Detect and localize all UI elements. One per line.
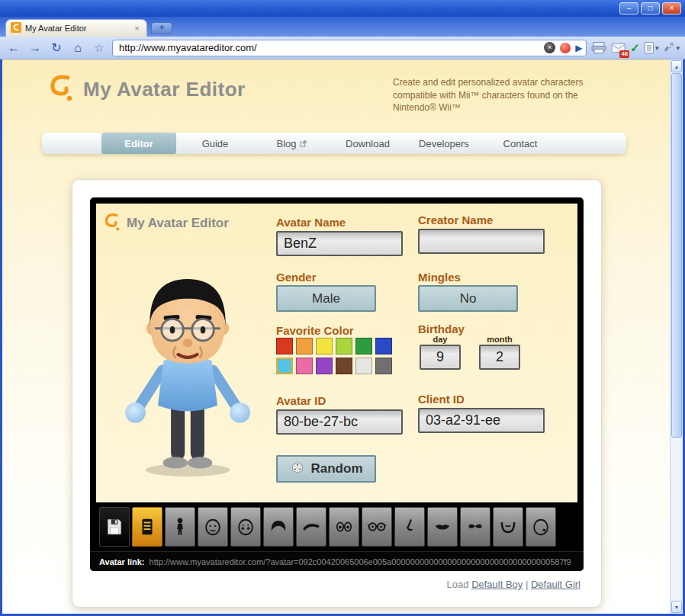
editor-logo-text: My Avatar Editor	[127, 216, 229, 231]
check-icon[interactable]: ✓	[630, 39, 640, 57]
address-input[interactable]	[119, 42, 539, 53]
content-frame: My Avatar Editor Create and edit persona…	[0, 59, 685, 616]
tab-glasses[interactable]	[362, 507, 392, 547]
random-button[interactable]: Random	[276, 455, 376, 483]
color-swatch-2[interactable]	[316, 338, 333, 355]
mole-icon	[531, 515, 551, 538]
mingles-select[interactable]: No	[418, 285, 518, 312]
birthday-day-input[interactable]	[420, 345, 461, 370]
avatar-id-label: Avatar ID	[276, 394, 326, 407]
load-default-boy-link[interactable]: Default Boy	[471, 579, 523, 590]
editor-form: My Avatar Editor	[96, 204, 577, 502]
scroll-down-button[interactable]: ▼	[671, 601, 682, 613]
color-swatch-11[interactable]	[375, 358, 392, 374]
client-id-label: Client ID	[418, 393, 465, 406]
page-scrollbar[interactable]: ▲ ▼	[670, 59, 683, 614]
avatar-link-url: http://www.myavatareditor.com/?avatar=09…	[150, 557, 571, 566]
wrench-dropdown-icon: ▾	[676, 44, 680, 52]
avatar-id-input[interactable]	[276, 409, 403, 435]
nav-item-download[interactable]: Download	[330, 133, 405, 154]
mingles-label: Mingles	[418, 271, 461, 284]
avatar-name-label: Avatar Name	[276, 216, 346, 229]
load-default-girl-link[interactable]: Default Girl	[531, 579, 580, 590]
tab-close-icon[interactable]: ×	[132, 24, 142, 34]
new-tab-button[interactable]: +	[151, 22, 172, 34]
tab-beard[interactable]	[493, 507, 523, 547]
tab-face[interactable]	[198, 507, 228, 547]
stop-icon[interactable]: ×	[544, 42, 555, 53]
hair-icon	[269, 515, 288, 538]
glasses-icon	[367, 515, 387, 538]
close-button[interactable]: ×	[662, 2, 681, 14]
logo-swoosh-icon	[47, 72, 76, 107]
save-button[interactable]	[99, 507, 130, 547]
color-swatch-4[interactable]	[355, 338, 372, 355]
tab-hair[interactable]	[263, 507, 294, 547]
favorite-color-label: Favorite Color	[276, 324, 354, 337]
wrench-icon	[663, 41, 674, 54]
wrench-menu-button[interactable]: ▾	[663, 41, 680, 54]
bookmark-star-icon[interactable]: ☆	[91, 40, 108, 56]
tab-nose[interactable]	[394, 507, 425, 547]
color-swatch-9[interactable]	[336, 358, 352, 374]
editor-logo: My Avatar Editor	[102, 211, 229, 236]
birthday-month-input[interactable]	[479, 345, 520, 370]
random-button-label: Random	[311, 461, 363, 476]
creator-name-input[interactable]	[418, 229, 545, 254]
browser-toolbar: ← → ↻ ⌂ ☆ × ▶ 46 ✓ ▾ ▾	[0, 37, 685, 59]
title-bar: – □ ×	[0, 0, 685, 17]
tab-eyebrows[interactable]	[296, 507, 326, 547]
scroll-up-button[interactable]: ▲	[671, 60, 682, 72]
tab-eyes[interactable]	[329, 507, 359, 547]
browser-tab[interactable]: My Avatar Editor ×	[5, 19, 147, 37]
color-swatch-7[interactable]	[296, 358, 313, 374]
home-button[interactable]: ⌂	[69, 40, 86, 56]
tab-body[interactable]	[165, 507, 195, 547]
editor-logo-swoosh-icon	[102, 211, 122, 236]
avatar-name-input[interactable]	[276, 231, 403, 256]
mail-icon[interactable]: 46	[611, 39, 626, 57]
go-icon[interactable]: ▶	[575, 43, 582, 53]
color-swatch-6[interactable]	[276, 358, 293, 374]
floppy-icon	[105, 515, 124, 538]
site-nav: Editor Guide Blog Download Developers Co…	[42, 133, 626, 154]
avatar-preview	[111, 254, 264, 487]
color-swatch-5[interactable]	[375, 338, 392, 355]
minimize-button[interactable]: –	[619, 2, 638, 14]
back-button[interactable]: ←	[5, 40, 22, 56]
tab-mouth[interactable]	[427, 507, 458, 547]
tab-title: My Avatar Editor	[25, 24, 128, 33]
nav-item-guide[interactable]: Guide	[178, 133, 252, 154]
maximize-button[interactable]: □	[641, 2, 660, 14]
scrollbar-thumb[interactable]	[671, 73, 682, 438]
nav-item-developers[interactable]: Developers	[407, 133, 481, 154]
tab-mustache[interactable]	[460, 507, 490, 547]
editor-frame: My Avatar Editor	[90, 197, 584, 571]
page-icon	[645, 42, 654, 53]
page-menu-button[interactable]: ▾	[645, 42, 659, 53]
color-swatch-10[interactable]	[355, 358, 372, 374]
forward-button[interactable]: →	[27, 40, 43, 56]
gender-select[interactable]: Male	[276, 285, 376, 312]
tab-makeup[interactable]	[230, 507, 261, 547]
dice-icon	[290, 460, 305, 479]
color-swatch-8[interactable]	[316, 358, 333, 374]
record-ball-icon[interactable]	[560, 43, 571, 53]
birthday-month-label: month	[479, 335, 520, 344]
tab-mole[interactable]	[526, 507, 556, 547]
avatar-link-bar: Avatar link: http://www.myavatareditor.c…	[90, 551, 584, 571]
client-id-input[interactable]	[418, 408, 545, 433]
face-icon	[203, 515, 223, 538]
reload-button[interactable]: ↻	[48, 40, 65, 56]
load-separator: |	[526, 579, 528, 590]
color-swatch-3[interactable]	[336, 338, 352, 355]
color-swatch-1[interactable]	[296, 338, 313, 355]
tab-page[interactable]	[132, 507, 162, 547]
color-swatch-0[interactable]	[276, 338, 293, 355]
address-bar[interactable]: × ▶	[112, 40, 587, 56]
printer-icon[interactable]	[591, 39, 606, 57]
page-dropdown-icon: ▾	[655, 44, 659, 52]
nav-item-contact[interactable]: Contact	[483, 133, 558, 154]
nav-item-blog[interactable]: Blog	[254, 133, 329, 154]
nav-item-editor[interactable]: Editor	[101, 133, 176, 154]
